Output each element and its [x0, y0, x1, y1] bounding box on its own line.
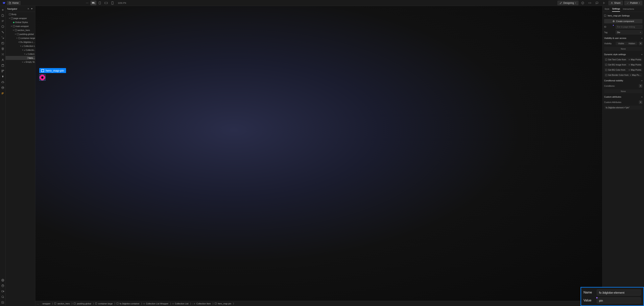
preview-button[interactable]: [601, 1, 607, 5]
breakpoint-tablet-button[interactable]: [97, 1, 103, 5]
breadcrumb-item[interactable]: -wrapper: [40, 302, 52, 305]
breakpoint-portrait-button[interactable]: [110, 1, 116, 5]
code-button[interactable]: [587, 1, 593, 5]
logic-button[interactable]: [0, 52, 5, 57]
publish-button[interactable]: Publish ▾: [624, 1, 642, 5]
conditions-add-button[interactable]: +: [639, 84, 642, 88]
tree-row[interactable]: ▸≡Empty St…: [6, 60, 35, 64]
tree-row[interactable]: ▾main-wrapper: [6, 24, 35, 28]
chevron-icon[interactable]: ▾: [12, 29, 14, 31]
tree-row[interactable]: ▾section_hero: [6, 28, 35, 32]
breadcrumb-item[interactable]: container-large: [93, 302, 115, 305]
hero-map-pin-element[interactable]: [39, 74, 46, 81]
custom-attr-section-header[interactable]: Custom attributes ▾: [604, 95, 642, 99]
breadcrumb-item[interactable]: hero_map-pin: [213, 302, 233, 305]
chevron-icon[interactable]: ▾: [10, 25, 12, 27]
visibility-section-header[interactable]: Visibility & user access ▾: [604, 36, 642, 40]
tree-row[interactable]: ▾≡Collect…: [6, 52, 35, 56]
attr-name-input[interactable]: [597, 289, 641, 295]
navigator-tree[interactable]: Body▾page-wrapper◆Global Styles▾main-wra…: [6, 12, 35, 306]
assets-button[interactable]: [0, 41, 5, 46]
visibility-visible[interactable]: Visible: [616, 42, 626, 45]
chevron-icon[interactable]: ▾: [14, 33, 16, 35]
chevron-icon[interactable]: ▾: [8, 17, 10, 19]
tab-settings[interactable]: Settings: [612, 6, 620, 12]
components-button[interactable]: [0, 24, 5, 29]
comment-button[interactable]: [594, 1, 600, 5]
tree-row[interactable]: ▾padding-global: [6, 32, 35, 36]
tab-interactions[interactable]: Interactions: [623, 6, 634, 12]
navigator-button[interactable]: [0, 19, 5, 24]
visibility-hidden[interactable]: Hidden: [626, 42, 638, 45]
tree-row[interactable]: ▾≡Collectio…: [6, 48, 35, 52]
checkbox-icon[interactable]: [605, 74, 607, 76]
app-button-3[interactable]: [0, 80, 5, 85]
canvas[interactable]: hero_map-pin: [35, 6, 602, 301]
mode-toggle-button[interactable]: Designing ▾: [557, 1, 578, 5]
breadcrumb-item[interactable]: section_hero: [52, 302, 72, 305]
navigator-pin-button[interactable]: [30, 7, 34, 11]
style-selectors-button[interactable]: [0, 35, 5, 40]
chevron-icon[interactable]: ▾: [18, 41, 19, 43]
search-button[interactable]: [0, 294, 5, 299]
tree-row[interactable]: ▾≡Collection L…: [6, 44, 35, 48]
share-button[interactable]: Share: [608, 1, 623, 5]
checkbox-icon[interactable]: [605, 59, 607, 61]
chevron-icon[interactable]: ▾: [20, 45, 21, 47]
conditional-section-header[interactable]: Conditional visibility ▾: [604, 78, 642, 83]
variables-button[interactable]: [0, 30, 5, 35]
tree-row[interactable]: Body: [6, 12, 35, 16]
app-button-2[interactable]: [0, 74, 5, 79]
settings-button[interactable]: [0, 278, 5, 282]
apps-button[interactable]: [0, 69, 5, 73]
visibility-segmented[interactable]: Visible Hidden: [616, 42, 637, 45]
video-button[interactable]: [0, 289, 5, 294]
tab-style[interactable]: Style: [604, 6, 609, 12]
tree-row[interactable]: ▾container-large: [6, 36, 35, 40]
create-component-button[interactable]: Create component: [604, 19, 642, 24]
dynamic-section-header[interactable]: Dynamic style settings ▾: [604, 52, 642, 56]
chevron-icon[interactable]: ▾: [16, 37, 18, 39]
breadcrumb-item[interactable]: fs-3dglobe-container: [115, 302, 142, 305]
help-button[interactable]: [0, 283, 5, 288]
custom-attr-item[interactable]: fs-3dglobe-element ="pin": [604, 106, 642, 110]
tree-row[interactable]: hero…: [6, 56, 35, 60]
attr-value-input[interactable]: [597, 297, 641, 303]
check-button[interactable]: [580, 1, 586, 5]
chevron-icon[interactable]: ▸: [22, 61, 23, 63]
visibility-add-button[interactable]: +: [639, 42, 642, 45]
app-button-4[interactable]: [0, 85, 5, 90]
dynamic-bg-image-row[interactable]: Get BG Image from ≡ Map Points: [604, 63, 642, 67]
home-button[interactable]: Home: [7, 1, 21, 5]
checkbox-icon[interactable]: [605, 69, 607, 71]
cms-button[interactable]: [0, 47, 5, 51]
checkbox-icon[interactable]: [605, 64, 607, 66]
ecommerce-button[interactable]: [0, 63, 5, 68]
dynamic-text-label: Get Text Color from: [608, 58, 628, 61]
audit-button[interactable]: [0, 300, 5, 305]
navigator-close-button[interactable]: ✕: [26, 7, 30, 11]
users-button[interactable]: [0, 58, 5, 62]
breakpoint-base-button[interactable]: [90, 1, 96, 5]
custom-attr-add-button[interactable]: +: [639, 100, 642, 104]
tree-row[interactable]: ▾fs-3dglobe-c…: [6, 40, 35, 44]
breakpoint-landscape-button[interactable]: [103, 1, 109, 5]
webflow-logo[interactable]: [2, 1, 6, 5]
breadcrumb-item[interactable]: ≡Collection List: [170, 302, 190, 305]
chevron-icon[interactable]: ▾: [24, 53, 25, 55]
chevron-icon[interactable]: ▾: [22, 49, 23, 51]
tag-select[interactable]: Div ▾: [616, 30, 642, 34]
finsweet-button[interactable]: {F: [0, 91, 5, 96]
add-elements-button[interactable]: [0, 8, 5, 12]
breadcrumb-item[interactable]: padding-global: [72, 302, 93, 305]
dynamic-bg-color-row[interactable]: Get BG Color from ≡ Map Points: [604, 68, 642, 72]
dynamic-border-color-row[interactable]: Get Border Color from ≡ Map Po…: [604, 73, 642, 77]
breadcrumb-item[interactable]: ≡Collection List Wrapper: [142, 302, 170, 305]
id-input[interactable]: [616, 25, 642, 29]
pages-button[interactable]: [0, 13, 5, 18]
more-menu-button[interactable]: ⋯: [84, 1, 90, 5]
dynamic-text-color-row[interactable]: Get Text Color from ≡ Map Points: [604, 58, 642, 62]
tree-row[interactable]: ◆Global Styles: [6, 20, 35, 24]
breadcrumb-item[interactable]: -≡Collection Item: [190, 302, 213, 305]
tree-row[interactable]: ▾page-wrapper: [6, 16, 35, 20]
